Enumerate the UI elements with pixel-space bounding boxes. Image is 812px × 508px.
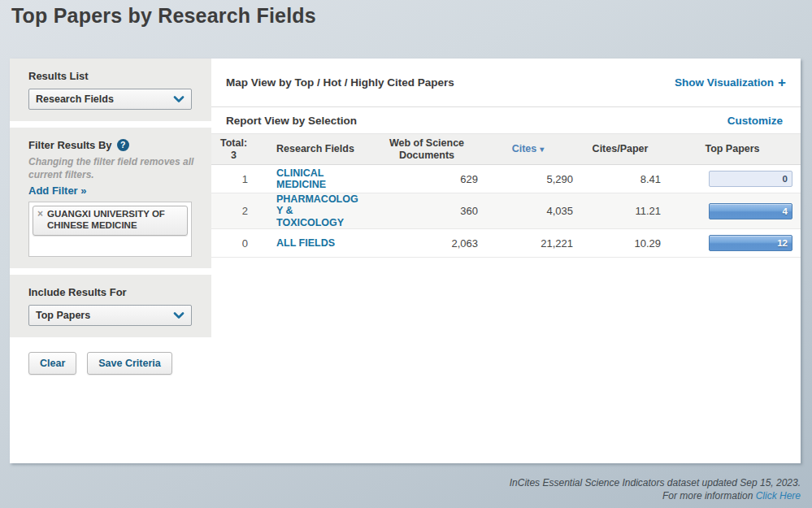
filter-tag[interactable]: × GUANGXI UNIVERSITY OF CHINESE MEDICINE [33, 206, 188, 236]
footer: InCites Essential Science Indicators dat… [510, 476, 801, 502]
research-field-link[interactable]: CLINICAL MEDICINE [276, 167, 359, 191]
wos-documents-value: 2,063 [374, 229, 480, 258]
more-info-label: For more information [662, 490, 753, 501]
filter-list-box: × GUANGXI UNIVERSITY OF CHINESE MEDICINE [28, 202, 192, 257]
chevron-down-icon [173, 312, 185, 319]
filter-label: Filter Results By [28, 139, 112, 151]
cites-per-paper-value: 10.29 [576, 229, 664, 258]
customize-link[interactable]: Customize [727, 115, 783, 127]
dataset-updated-note: InCites Essential Science Indicators dat… [510, 476, 801, 489]
filter-label-row: Filter Results By ? [28, 139, 201, 151]
more-info-note: For more information Click Here [510, 489, 801, 502]
sidebar-buttons: Clear Save Criteria [28, 352, 211, 375]
cites-value: 4,035 [480, 193, 576, 229]
save-criteria-button[interactable]: Save Criteria [87, 352, 172, 375]
include-results-section: Include Results For Top Papers [10, 275, 211, 337]
column-header-top-papers[interactable]: Top Papers [664, 134, 801, 165]
include-results-dropdown[interactable]: Top Papers [28, 305, 192, 326]
filter-section: Filter Results By ? Changing the filter … [10, 128, 211, 268]
filter-note: Changing the filter field removes all cu… [28, 156, 195, 181]
content-panel: Results List Research Fields Filter Resu… [10, 59, 801, 463]
remove-filter-icon[interactable]: × [37, 209, 43, 220]
add-filter-link[interactable]: Add Filter » [28, 185, 87, 197]
column-header-wos-documents[interactable]: Web of Science Documents [374, 134, 480, 165]
cites-value: 5,290 [480, 165, 576, 193]
total-value: 3 [211, 150, 256, 162]
wos-documents-value: 360 [374, 193, 480, 229]
clear-button[interactable]: Clear [28, 352, 76, 375]
table-header-row: Total: 3 Research Fields Web of Science … [211, 134, 801, 165]
row-rank: 2 [211, 193, 256, 229]
help-icon[interactable]: ? [117, 139, 129, 151]
top-papers-bar: 4 [709, 203, 792, 219]
click-here-link[interactable]: Click Here [756, 490, 801, 501]
report-view-header: Report View by Selection Customize [211, 107, 801, 133]
row-rank: 1 [211, 165, 256, 193]
results-list-label: Results List [28, 70, 201, 82]
results-list-section: Results List Research Fields [10, 59, 211, 121]
main-area: Map View by Top / Hot / Highly Cited Pap… [211, 59, 801, 463]
cites-per-paper-value: 8.41 [576, 165, 664, 193]
column-header-total: Total: 3 [211, 134, 256, 165]
page-title: Top Papers by Research Fields [0, 0, 812, 28]
wos-documents-value: 629 [374, 165, 480, 193]
map-view-header: Map View by Top / Hot / Highly Cited Pap… [211, 59, 801, 107]
include-results-selected: Top Papers [36, 310, 90, 321]
chevron-down-icon [173, 96, 185, 103]
show-visualization-label: Show Visualization [675, 76, 774, 89]
top-papers-bar: 0 [709, 171, 792, 187]
column-header-cites-per-paper[interactable]: Cites/Paper [576, 134, 664, 165]
results-table: Total: 3 Research Fields Web of Science … [211, 133, 801, 258]
sidebar: Results List Research Fields Filter Resu… [10, 59, 211, 463]
show-visualization-link[interactable]: Show Visualization + [675, 76, 786, 89]
results-list-dropdown[interactable]: Research Fields [28, 89, 192, 110]
include-results-label: Include Results For [28, 286, 201, 298]
column-header-research-fields[interactable]: Research Fields [256, 134, 374, 165]
cites-value: 21,221 [480, 229, 576, 258]
report-view-title: Report View by Selection [226, 115, 357, 127]
sort-caret-icon: ▾ [540, 145, 544, 154]
map-view-title: Map View by Top / Hot / Highly Cited Pap… [226, 76, 454, 89]
table-row: 1 CLINICAL MEDICINE 629 5,290 8.41 0 [211, 165, 801, 193]
top-papers-bar: 12 [709, 235, 792, 251]
table-row: 0 ALL FIELDS 2,063 21,221 10.29 12 [211, 229, 801, 258]
research-field-link[interactable]: ALL FIELDS [276, 237, 359, 249]
column-header-cites[interactable]: Cites▾ [480, 134, 576, 165]
results-list-selected: Research Fields [36, 93, 114, 105]
research-field-link[interactable]: PHARMACOLOGY & TOXICOLOGY [276, 193, 359, 228]
total-label: Total: [211, 137, 256, 150]
page: Top Papers by Research Fields Results Li… [0, 0, 812, 28]
table-row: 2 PHARMACOLOGY & TOXICOLOGY 360 4,035 11… [211, 193, 801, 229]
cites-per-paper-value: 11.21 [576, 193, 664, 229]
row-rank: 0 [211, 229, 256, 258]
filter-tag-label: GUANGXI UNIVERSITY OF CHINESE MEDICINE [47, 209, 184, 232]
cites-sort-label: Cites [512, 143, 537, 154]
plus-icon: + [778, 76, 786, 89]
